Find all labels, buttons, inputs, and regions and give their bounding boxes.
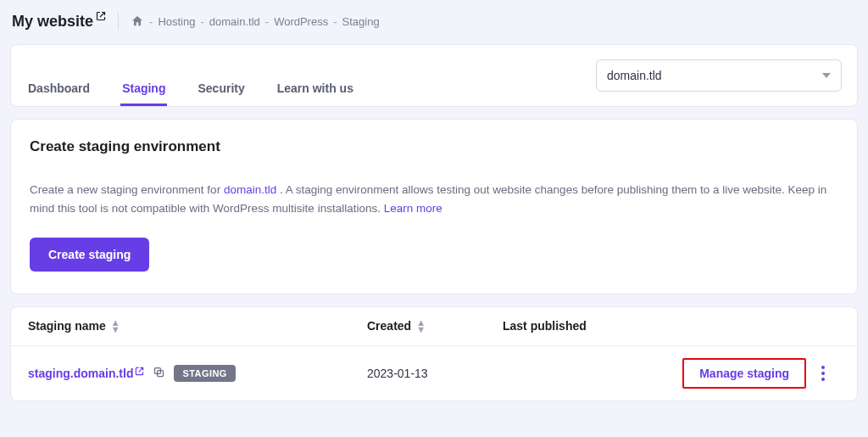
- panel-description: Create a new staging environment for dom…: [30, 181, 838, 219]
- tab-learn-with-us[interactable]: Learn with us: [275, 73, 355, 106]
- cell-created: 2023-01-13: [367, 367, 503, 380]
- sort-icon: ▲▼: [111, 319, 120, 334]
- site-title[interactable]: My website: [12, 13, 106, 31]
- staging-table: Staging name ▲▼ Created ▲▼ Last publishe…: [10, 306, 858, 402]
- tab-staging[interactable]: Staging: [120, 73, 167, 106]
- desc-domain-link[interactable]: domain.tld: [224, 183, 276, 196]
- breadcrumb-sep: -: [333, 15, 337, 28]
- tabs-list: Dashboard Staging Security Learn with us: [26, 57, 355, 94]
- manage-staging-button[interactable]: Manage staging: [682, 358, 806, 389]
- external-link-icon: [96, 11, 106, 23]
- breadcrumb: - Hosting - domain.tld - WordPress - Sta…: [131, 14, 380, 28]
- breadcrumb-item[interactable]: Hosting: [158, 15, 195, 28]
- desc-text: Create a new staging environment for: [30, 183, 224, 196]
- breadcrumb-item[interactable]: domain.tld: [209, 15, 260, 28]
- staging-url-text: staging.domain.tld: [28, 367, 133, 380]
- col-label: Last published: [503, 319, 587, 333]
- home-icon[interactable]: [131, 14, 144, 28]
- staging-url-link[interactable]: staging.domain.tld: [28, 367, 144, 380]
- col-label: Created: [367, 319, 411, 333]
- copy-icon[interactable]: [153, 366, 165, 381]
- external-link-icon: [135, 367, 144, 378]
- breadcrumb-sep: -: [265, 15, 269, 28]
- chevron-down-icon: [822, 73, 831, 78]
- tabs-bar: Dashboard Staging Security Learn with us…: [10, 44, 858, 107]
- header-divider: [118, 12, 119, 31]
- breadcrumb-sep: -: [200, 15, 203, 28]
- table-row: staging.domain.tld STAGING 2023-01-13 Ma…: [11, 346, 857, 401]
- tab-security[interactable]: Security: [196, 73, 246, 106]
- col-last-published[interactable]: Last published: [503, 319, 637, 333]
- breadcrumb-item[interactable]: Staging: [342, 15, 380, 28]
- staging-badge: STAGING: [174, 365, 235, 382]
- create-staging-panel: Create staging environment Create a new …: [10, 119, 858, 294]
- create-staging-button[interactable]: Create staging: [30, 238, 149, 272]
- site-title-text: My website: [12, 13, 93, 31]
- col-created[interactable]: Created ▲▼: [367, 319, 503, 334]
- tab-dashboard[interactable]: Dashboard: [26, 73, 92, 106]
- domain-select-value: domain.tld: [607, 69, 662, 82]
- panel-title: Create staging environment: [30, 138, 838, 155]
- breadcrumb-sep: -: [149, 15, 153, 28]
- col-label: Staging name: [28, 319, 106, 333]
- breadcrumb-item[interactable]: WordPress: [274, 15, 328, 28]
- row-more-menu[interactable]: [821, 366, 825, 381]
- domain-select[interactable]: domain.tld: [596, 59, 842, 92]
- cell-staging-name: staging.domain.tld STAGING: [28, 365, 367, 382]
- col-staging-name[interactable]: Staging name ▲▼: [28, 319, 367, 334]
- sort-icon: ▲▼: [416, 319, 426, 334]
- learn-more-link[interactable]: Learn more: [384, 202, 442, 215]
- table-header-row: Staging name ▲▼ Created ▲▼ Last publishe…: [11, 307, 857, 347]
